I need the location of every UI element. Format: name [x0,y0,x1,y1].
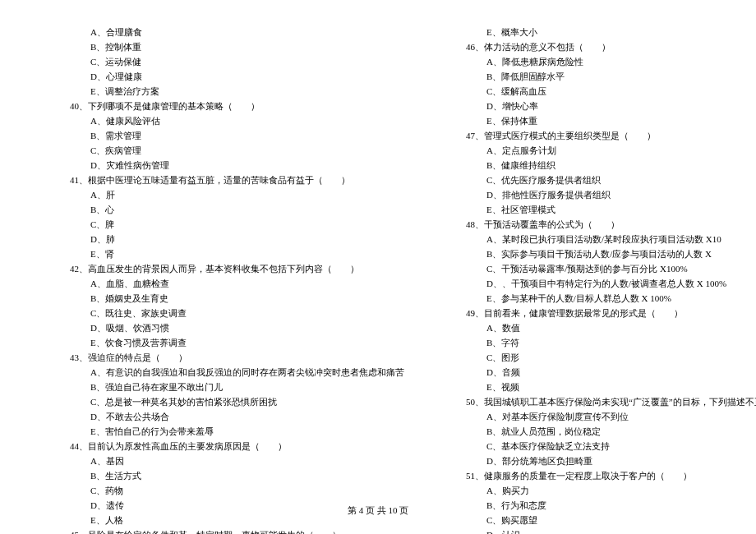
option-line: D、排他性医疗服务提供者组织 [421,187,756,202]
option-line: B、健康维持组织 [421,158,756,173]
option-line: C、优先医疗服务提供者组织 [421,173,756,187]
option-line: D、不敢去公共场合 [25,409,404,424]
question-line: 44、目前认为原发性高血压的主要发病原因是（ ） [25,439,404,453]
option-line: C、运动保健 [25,54,404,69]
question-line: 49、目前看来，健康管理数据最常见的形式是（ ） [421,306,756,320]
option-line: B、行为和态度 [421,498,756,513]
option-line: B、字符 [421,335,756,350]
option-line: E、视频 [421,380,756,394]
question-line: 40、下列哪项不是健康管理的基本策略（ ） [25,99,404,113]
option-line: A、健康风险评估 [25,113,404,128]
left-column: A、合理膳食B、控制体重C、运动保健D、心理健康E、调整治疗方案40、下列哪项不… [16,25,413,501]
option-line: E、害怕自己的行为会带来羞辱 [25,424,404,439]
option-line: A、基因 [25,453,404,468]
question-line: 43、强迫症的特点是（ ） [25,350,404,365]
option-line: E、保持体重 [421,113,756,128]
option-line: D、认识 [421,527,756,534]
option-line: B、控制体重 [25,39,404,54]
option-line: C、干预活动暴露率/预期达到的参与百分比 X100% [421,261,756,276]
question-line: 51、健康服务的质量在一定程度上取决于客户的（ ） [421,468,756,483]
option-line: D、增快心率 [421,99,756,113]
option-line: B、就业人员范围，岗位稳定 [421,424,756,439]
option-line: A、降低患糖尿病危险性 [421,54,756,69]
option-line: A、肝 [25,187,404,202]
question-line: 47、管理式医疗模式的主要组织类型是（ ） [421,128,756,143]
option-line: C、脾 [25,217,404,232]
question-line: 46、体力活动的意义不包括（ ） [421,39,756,54]
page-content: A、合理膳食B、控制体重C、运动保健D、心理健康E、调整治疗方案40、下列哪项不… [0,0,756,501]
option-line: B、生活方式 [25,468,404,483]
option-line: A、定点服务计划 [421,143,756,158]
right-column: E、概率大小46、体力活动的意义不包括（ ）A、降低患糖尿病危险性B、降低胆固醇… [413,25,756,501]
option-line: E、饮食习惯及营养调查 [25,335,404,350]
option-line: A、数值 [421,320,756,335]
option-line: E、肾 [25,246,404,261]
option-line: C、基本医疗保险缺乏立法支持 [421,439,756,453]
question-line: 41、根据中医理论五味适量有益五脏，适量的苦味食品有益于（ ） [25,173,404,187]
option-line: D、、干预项目中有特定行为的人数/被调查者总人数 X 100% [421,276,756,291]
question-line: 50、我国城镇职工基本医疗保险尚未实现“广泛覆盖”的目标，下列描述不正确的是（ … [421,394,756,409]
option-line: D、吸烟、饮酒习惯 [25,320,404,335]
question-line: 42、高血压发生的背景因人而异，基本资料收集不包括下列内容（ ） [25,261,404,276]
option-line: E、调整治疗方案 [25,84,404,99]
option-line: B、降低胆固醇水平 [421,69,756,84]
option-line: A、某时段已执行项目活动数/某时段应执行项目活动数 X10 [421,232,756,246]
option-line: B、强迫自己待在家里不敢出门儿 [25,380,404,394]
option-line: D、部分统筹地区负担畸重 [421,453,756,468]
option-line: A、对基本医疗保险制度宣传不到位 [421,409,756,424]
option-line: B、实际参与项目干预活动人数/应参与项目活动的人数 X [421,246,756,261]
option-line: A、有意识的自我强迫和自我反强迫的同时存在两者尖锐冲突时患者焦虑和痛苦 [25,365,404,380]
option-line: C、缓解高血压 [421,84,756,99]
option-line: E、参与某种干的人数/目标人群总人数 X 100% [421,291,756,306]
option-line: A、购买力 [421,483,756,498]
option-line: C、图形 [421,350,756,365]
option-line: A、合理膳食 [25,25,404,39]
option-line: D、心理健康 [25,69,404,84]
option-line: C、药物 [25,483,404,498]
option-line: D、肺 [25,232,404,246]
question-line: 45、风险是在给定的条件和某一特定时期，事物可能发生的（ ） [25,527,404,534]
option-line: E、概率大小 [421,25,756,39]
option-line: C、既往史、家族史调查 [25,306,404,320]
question-line: 48、干预活动覆盖率的公式为（ ） [421,217,756,232]
option-line: E、社区管理模式 [421,202,756,217]
option-line: C、购买愿望 [421,513,756,527]
option-line: D、灾难性病伤管理 [25,158,404,173]
option-line: D、音频 [421,365,756,380]
option-line: B、需求管理 [25,128,404,143]
option-line: C、疾病管理 [25,143,404,158]
option-line: B、婚姻史及生育史 [25,291,404,306]
option-line: A、血脂、血糖检查 [25,276,404,291]
option-line: B、心 [25,202,404,217]
option-line: C、总是被一种莫名其妙的害怕紧张恐惧所困扰 [25,394,404,409]
